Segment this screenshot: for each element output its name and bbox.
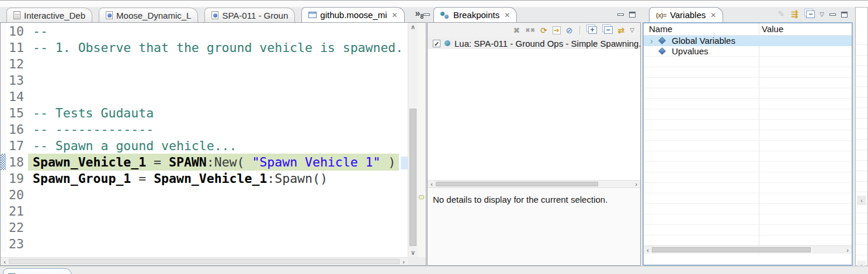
line-number[interactable]: 19 bbox=[6, 171, 28, 186]
scroll-right-icon[interactable]: › bbox=[632, 181, 640, 188]
code-line-13[interactable]: 13 bbox=[1, 72, 408, 88]
collapse-all-icon[interactable]: − bbox=[806, 11, 815, 18]
annotation-ruler[interactable] bbox=[1, 88, 6, 105]
tab-overflow-button[interactable]: »8 bbox=[415, 8, 423, 20]
code-line-20[interactable]: 20 bbox=[1, 186, 408, 203]
annotation-ruler[interactable] bbox=[1, 203, 6, 219]
line-number[interactable]: 11 bbox=[6, 40, 28, 55]
code-line-21[interactable]: 21 bbox=[1, 203, 408, 219]
show-logical-structure-icon[interactable]: ⇶ bbox=[791, 10, 798, 18]
line-number[interactable]: 15 bbox=[6, 106, 28, 120]
horizontal-scroll-thumb[interactable] bbox=[436, 182, 598, 186]
scroll-down-icon[interactable]: ∨ bbox=[408, 248, 418, 257]
scroll-right-icon[interactable]: › bbox=[400, 258, 408, 265]
breakpoints-horizontal-scrollbar[interactable]: ‹ › bbox=[428, 180, 640, 188]
overview-ruler[interactable] bbox=[418, 23, 426, 257]
code-line-18[interactable]: 18Spawn_Vehicle_1 = SPAWN:New( "Spawn Ve… bbox=[1, 154, 408, 170]
line-number[interactable]: 18 bbox=[6, 155, 28, 169]
editor-horizontal-scrollbar[interactable]: ‹ › bbox=[1, 257, 408, 265]
annotation-ruler[interactable] bbox=[1, 23, 6, 39]
maximize-icon[interactable] bbox=[629, 12, 636, 18]
close-icon[interactable]: ✕ bbox=[710, 11, 716, 19]
annotation-ruler[interactable] bbox=[1, 235, 6, 252]
line-number[interactable]: 10 bbox=[6, 24, 28, 39]
lua-file-icon bbox=[106, 11, 113, 19]
link-with-debug-icon[interactable]: ⇄ bbox=[618, 26, 625, 34]
code-line-16[interactable]: 16-- ------------- bbox=[1, 121, 408, 137]
annotation-ruler[interactable] bbox=[1, 154, 6, 170]
expand-all-icon[interactable]: + bbox=[588, 26, 597, 34]
line-number[interactable]: 14 bbox=[6, 89, 28, 104]
show-supported-breakpoints-icon[interactable]: ⟳ bbox=[540, 26, 547, 34]
editor-tab-github-moose-mi[interactable]: github.moose_mi✕ bbox=[301, 7, 404, 22]
scroll-left-icon[interactable]: ‹ bbox=[428, 181, 436, 188]
editor-vertical-scrollbar[interactable]: ∧ ∨ bbox=[408, 23, 418, 257]
code-line-17[interactable]: 17-- Spawn a gound vehicle... bbox=[1, 137, 408, 154]
code-line-14[interactable]: 14 bbox=[1, 88, 408, 105]
code-line-11[interactable]: 11-- 1. Observe that the ground vehicle … bbox=[1, 39, 408, 56]
horizontal-scroll-thumb[interactable] bbox=[9, 259, 400, 264]
annotation-ruler[interactable] bbox=[1, 72, 6, 88]
view-menu-icon[interactable]: ▽ bbox=[820, 11, 824, 18]
line-number[interactable]: 17 bbox=[6, 138, 28, 153]
scroll-left-icon[interactable]: ‹ bbox=[857, 196, 866, 205]
code-line-19[interactable]: 19Spawn_Group_1 = Spawn_Vehicle_1:Spawn(… bbox=[1, 170, 408, 186]
line-number[interactable]: 23 bbox=[6, 237, 28, 251]
line-number[interactable]: 20 bbox=[6, 188, 28, 202]
close-icon[interactable]: ✕ bbox=[504, 11, 510, 19]
maximize-icon[interactable] bbox=[841, 12, 848, 18]
skip-all-breakpoints-icon[interactable]: ⊘ bbox=[566, 26, 573, 34]
annotation-ruler[interactable] bbox=[1, 121, 6, 137]
line-number[interactable]: 16 bbox=[6, 122, 28, 137]
annotation-ruler[interactable] bbox=[1, 170, 6, 186]
variable-row-global-variables[interactable]: ›Global Variables bbox=[644, 36, 852, 46]
annotation-ruler[interactable] bbox=[1, 137, 6, 154]
close-icon[interactable]: ✕ bbox=[392, 11, 398, 19]
annotation-ruler[interactable] bbox=[1, 56, 6, 72]
code-line-10[interactable]: 10-- bbox=[1, 23, 408, 39]
annotation-ruler[interactable] bbox=[1, 186, 6, 203]
remove-breakpoint-icon[interactable]: ✖ bbox=[513, 26, 520, 34]
line-number[interactable]: 13 bbox=[6, 73, 28, 88]
code-view[interactable]: 10--11-- 1. Observe that the ground vehi… bbox=[1, 23, 408, 257]
tab-console[interactable]: Console ✕ bbox=[3, 268, 72, 274]
line-number[interactable]: 22 bbox=[6, 220, 28, 235]
breakpoint-row[interactable]: ✓Lua: SPA-011 - Ground Ops - Simple Spaw… bbox=[428, 37, 640, 49]
scroll-up-icon[interactable]: ∧ bbox=[408, 23, 418, 32]
horizontal-scroll-thumb[interactable] bbox=[652, 247, 811, 252]
code-line-23[interactable]: 23 bbox=[1, 235, 408, 252]
go-to-file-icon[interactable]: ➜ bbox=[553, 26, 561, 34]
code-line-22[interactable]: 22 bbox=[1, 219, 408, 235]
line-number[interactable]: 12 bbox=[6, 57, 28, 71]
scroll-left-icon[interactable]: ‹ bbox=[644, 246, 652, 254]
remove-all-breakpoints-icon[interactable]: ✖✖ bbox=[525, 27, 535, 33]
minimize-icon[interactable] bbox=[617, 13, 624, 16]
view-menu-icon[interactable]: ▽ bbox=[630, 27, 634, 33]
breakpoint-checkbox[interactable]: ✓ bbox=[433, 40, 440, 47]
collapse-all-icon[interactable]: − bbox=[604, 26, 613, 34]
editor-tab-interactive-deb[interactable]: Interactive_Deb bbox=[6, 8, 92, 22]
breakpoints-list[interactable]: ✓Lua: SPA-011 - Ground Ops - Simple Spaw… bbox=[428, 37, 640, 180]
column-header-value[interactable]: Value bbox=[762, 24, 783, 34]
annotation-ruler[interactable] bbox=[1, 39, 6, 56]
code-line-12[interactable]: 12 bbox=[1, 56, 408, 72]
expand-chevron-icon[interactable]: › bbox=[647, 36, 656, 46]
line-number[interactable]: 21 bbox=[6, 204, 28, 218]
scroll-left-icon[interactable]: ‹ bbox=[1, 258, 9, 265]
vertical-scroll-thumb[interactable] bbox=[409, 109, 416, 246]
variables-horizontal-scrollbar[interactable]: ‹ › bbox=[644, 245, 852, 254]
overview-annotation-marker[interactable] bbox=[419, 195, 424, 199]
code-token: Spawn_Vehicle_1 bbox=[154, 171, 267, 186]
code-line-15[interactable]: 15-- Tests Gudauta bbox=[1, 105, 408, 121]
tab-breakpoints[interactable]: Breakpoints ✕ bbox=[433, 7, 517, 22]
variable-row-upvalues[interactable]: Upvalues bbox=[644, 46, 852, 57]
tab-variables[interactable]: (x)= Variables ✕ bbox=[649, 7, 723, 22]
editor-tab-spa-011-groun[interactable]: SPA-011 - Groun bbox=[204, 8, 295, 22]
editor-tab-moose-dynamic-l[interactable]: Moose_Dynamic_L bbox=[99, 8, 198, 22]
minimize-icon[interactable] bbox=[829, 13, 836, 16]
variables-table[interactable]: ›Global VariablesUpvalues bbox=[644, 36, 852, 235]
annotation-ruler[interactable] bbox=[1, 219, 6, 235]
column-header-name[interactable]: Name bbox=[649, 24, 672, 34]
scroll-right-icon[interactable]: › bbox=[843, 246, 852, 254]
annotation-ruler[interactable] bbox=[1, 105, 6, 121]
